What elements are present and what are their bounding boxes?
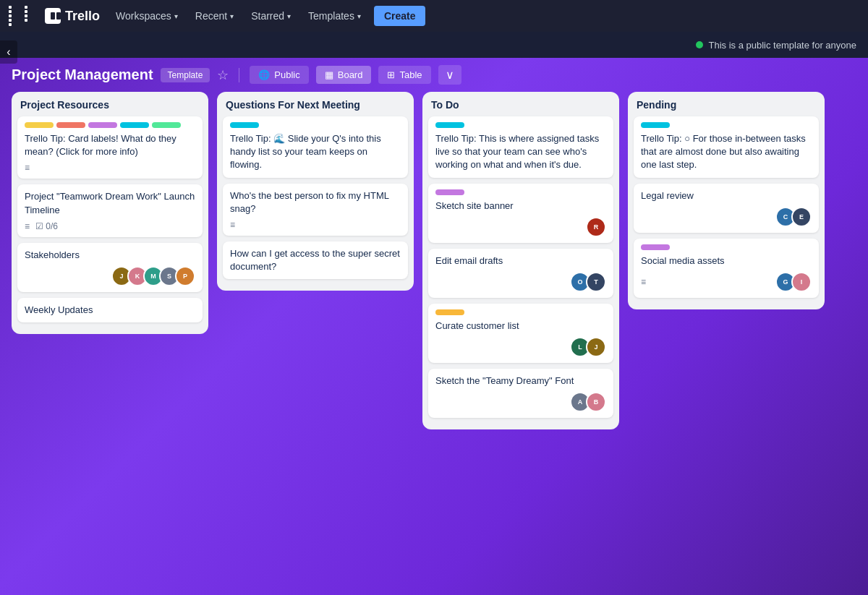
card-label	[230, 122, 259, 128]
card-card-tip-slide[interactable]: Trello Tip: 🌊 Slide your Q's into this h…	[223, 116, 408, 178]
card-card-stakeholders[interactable]: StakeholdersJKMSP	[17, 243, 203, 292]
card-card-edit-email[interactable]: Edit email draftsOT	[428, 249, 613, 298]
chevron-down-icon: ▾	[287, 12, 291, 20]
card-avatars: LJ	[570, 337, 606, 357]
card-labels	[435, 309, 606, 315]
card-card-html-snag[interactable]: Who's the best person to fix my HTML sna…	[223, 184, 408, 236]
header-divider	[239, 68, 239, 82]
checklist-icon: ☑ 0/6	[35, 221, 58, 231]
list-questions-next-meeting: Questions For Next MeetingTrello Tip: 🌊 …	[217, 92, 414, 291]
more-options-button[interactable]: ∨	[438, 65, 461, 85]
board-header: Project Management Template ☆ 🌐 Public ▦…	[0, 58, 868, 92]
card-labels	[435, 189, 606, 195]
card-label	[435, 309, 464, 315]
logo-icon	[45, 8, 61, 24]
announce-bar: This is a public template for anyone	[0, 32, 868, 58]
create-button[interactable]: Create	[374, 6, 426, 26]
avatar: J	[586, 337, 606, 357]
card-label	[25, 122, 54, 128]
card-labels	[435, 122, 606, 128]
card-card-secret-doc[interactable]: How can I get access to the super secret…	[223, 241, 408, 279]
card-text: Curate customer list	[435, 320, 606, 333]
card-text: Trello Tip: Card labels! What do they me…	[25, 132, 195, 158]
avatar: R	[586, 217, 606, 237]
announce-text: This is a public template for anyone	[709, 40, 857, 51]
public-button[interactable]: 🌐 Public	[250, 66, 308, 84]
trello-logo[interactable]: Trello	[45, 8, 100, 24]
card-card-tip-tasks[interactable]: Trello Tip: This is where assigned tasks…	[428, 116, 613, 178]
card-avatars: GI	[775, 272, 812, 292]
topnav: Trello Workspaces ▾ Recent ▾ Starred ▾ T…	[0, 0, 868, 32]
card-meta: ≡☑ 0/6	[25, 221, 195, 231]
card-card-sketch-banner[interactable]: Sketch site bannerR	[428, 184, 613, 243]
card-text: Project "Teamwork Dream Work" Launch Tim…	[25, 190, 195, 216]
list-project-resources: Project ResourcesTrello Tip: Card labels…	[12, 92, 208, 334]
card-label	[435, 189, 464, 195]
chevron-down-icon: ▾	[174, 12, 178, 20]
list-header: To Do	[422, 92, 619, 116]
card-label	[152, 122, 181, 128]
templates-button[interactable]: Templates ▾	[301, 6, 368, 26]
avatar: I	[791, 272, 812, 292]
card-card-curate-customer[interactable]: Curate customer listLJ	[428, 304, 613, 363]
card-labels	[230, 122, 401, 128]
workspaces-button[interactable]: Workspaces ▾	[109, 6, 185, 26]
card-meta: JKMSP	[25, 266, 195, 286]
card-card-sketch-font[interactable]: Sketch the "Teamy Dreamy" FontAB	[428, 369, 613, 418]
card-card-tip-inbetween[interactable]: Trello Tip: ○ For those in-between tasks…	[634, 116, 819, 178]
card-avatars: OT	[570, 272, 606, 292]
card-meta: CE	[641, 207, 812, 227]
avatar: B	[586, 392, 606, 412]
card-text: Legal review	[641, 189, 812, 202]
card-avatars: AB	[570, 392, 606, 412]
starred-button[interactable]: Starred ▾	[244, 6, 298, 26]
description-icon: ≡	[25, 221, 30, 231]
star-button[interactable]: ☆	[217, 67, 229, 83]
card-text: Stakeholders	[25, 249, 195, 262]
board-view-button[interactable]: ▦ Board	[316, 66, 372, 84]
card-meta: ≡GI	[641, 272, 812, 292]
table-view-button[interactable]: ⊞ Table	[378, 66, 430, 84]
description-icon: ≡	[25, 163, 30, 173]
card-label	[435, 122, 464, 128]
card-text: Who's the best person to fix my HTML sna…	[230, 189, 401, 215]
card-text: Weekly Updates	[25, 304, 195, 317]
card-label	[120, 122, 149, 128]
card-labels	[641, 122, 812, 128]
card-card-legal-review[interactable]: Legal reviewCE	[634, 184, 819, 233]
card-text: Social media assets	[641, 254, 812, 267]
card-text: Sketch site banner	[435, 200, 606, 213]
logo-text: Trello	[65, 9, 100, 24]
card-meta: ≡	[230, 220, 401, 230]
card-labels	[25, 122, 195, 128]
description-icon: ≡	[230, 220, 235, 230]
card-card-weekly-updates[interactable]: Weekly Updates	[17, 298, 203, 322]
grid-icon[interactable]	[6, 3, 42, 29]
card-meta: R	[435, 217, 606, 237]
card-label	[88, 122, 117, 128]
card-card-tip-labels[interactable]: Trello Tip: Card labels! What do they me…	[17, 116, 203, 179]
back-button[interactable]: ‹	[0, 40, 17, 64]
list-header: Pending	[628, 92, 825, 116]
template-badge: Template	[161, 68, 210, 82]
list-to-do: To DoTrello Tip: This is where assigned …	[422, 92, 619, 429]
table-icon: ⊞	[387, 69, 395, 80]
chevron-down-icon: ▾	[230, 12, 234, 20]
card-text: Sketch the "Teamy Dreamy" Font	[435, 374, 606, 388]
card-label	[641, 122, 670, 128]
card-label	[56, 122, 85, 128]
list-header: Questions For Next Meeting	[217, 92, 414, 116]
avatar: T	[586, 272, 606, 292]
card-card-social-media[interactable]: Social media assets≡GI	[634, 239, 819, 298]
card-meta: ≡	[25, 163, 195, 173]
card-text: Trello Tip: ○ For those in-between tasks…	[641, 132, 812, 172]
card-text: Trello Tip: 🌊 Slide your Q's into this h…	[230, 132, 401, 172]
board-icon: ▦	[325, 69, 333, 80]
chevron-down-icon: ▾	[357, 12, 361, 20]
recent-button[interactable]: Recent ▾	[188, 6, 241, 26]
card-text: How can I get access to the super secret…	[230, 247, 401, 273]
card-labels	[641, 244, 812, 250]
card-card-launch-timeline[interactable]: Project "Teamwork Dream Work" Launch Tim…	[17, 184, 203, 236]
board-title: Project Management	[12, 67, 153, 83]
description-icon: ≡	[641, 277, 646, 287]
